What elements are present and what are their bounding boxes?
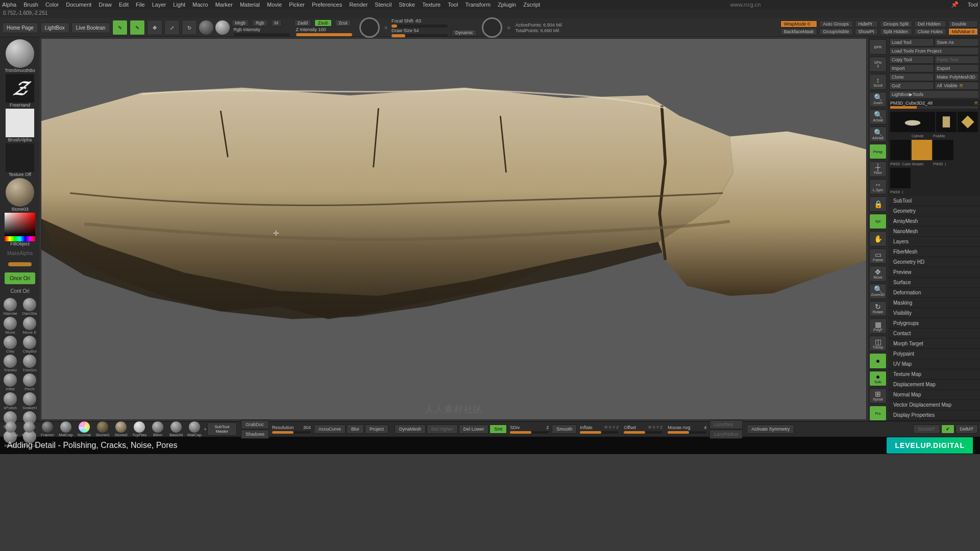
menu-layer[interactable]: Layer: [152, 2, 166, 8]
brush-standard[interactable]: Standar: [2, 298, 19, 316]
makealpha-button[interactable]: MakeAlpha: [7, 251, 33, 256]
autogroups-button[interactable]: Auto Groups: [819, 20, 852, 28]
lightbox-tools-button[interactable]: Lightbox▶Tools: [889, 90, 979, 98]
groupvisible-button[interactable]: GroupVisible: [819, 28, 852, 35]
aahalf-button[interactable]: 🔍AAHalf: [869, 127, 887, 142]
zadd-button[interactable]: Zadd: [294, 19, 312, 27]
tool-thumb-active[interactable]: [890, 112, 935, 132]
move-nav-button[interactable]: ✥Move: [869, 266, 887, 281]
accordion-layers[interactable]: Layers: [888, 237, 980, 247]
edit-mode-button[interactable]: ✎: [112, 20, 128, 35]
paste-tool-button[interactable]: Paste Tool: [935, 56, 979, 64]
make-polymesh3d-button[interactable]: Make PolyMesh3D: [935, 73, 979, 81]
brush-clay[interactable]: Clay: [2, 336, 19, 354]
tool-thumb-simple[interactable]: [912, 140, 932, 160]
menu-transform[interactable]: Transform: [465, 2, 491, 8]
load-tool-button[interactable]: Load Tool: [889, 38, 934, 46]
mat-framer[interactable]: Framer: [39, 421, 56, 437]
scroll-button[interactable]: ↕Scroll: [869, 74, 887, 89]
accordion-subtool[interactable]: SubTool: [888, 196, 980, 206]
goz-visible-button[interactable]: Visible: [944, 83, 958, 88]
accordion-deformation[interactable]: Deformation: [888, 288, 980, 298]
smt-button[interactable]: Smt: [489, 424, 507, 434]
load-from-project-button[interactable]: Load Tools From Project: [889, 47, 979, 55]
delmt-ok-icon[interactable]: ✔: [941, 424, 954, 434]
menu-file[interactable]: File: [136, 2, 145, 8]
splithidden-button[interactable]: Split Hidden: [880, 28, 913, 35]
delmt-button[interactable]: DelMT: [955, 424, 978, 434]
hidept-button[interactable]: HidePt: [855, 20, 878, 28]
pro-button[interactable]: Pro: [869, 406, 887, 421]
ghost-button[interactable]: ●: [869, 353, 887, 368]
menu-zplugin[interactable]: Zplugin: [498, 2, 516, 8]
menu-stencil[interactable]: Stencil: [375, 2, 391, 8]
accordion-uvmap[interactable]: UV Map: [888, 359, 980, 369]
lazyradius-button[interactable]: LazyRadius: [709, 430, 743, 439]
lock-button[interactable]: 🔒: [869, 196, 887, 212]
draw-size-slider[interactable]: Draw Size 54: [391, 28, 448, 37]
lightbox-button[interactable]: LightBox: [40, 22, 69, 33]
mat-matcap3[interactable]: MatCap: [186, 421, 203, 437]
drawsize-knob[interactable]: [482, 17, 502, 38]
xpose-button[interactable]: ⊞Xpose: [869, 388, 887, 404]
once-ori-button[interactable]: Once Ori: [5, 272, 35, 284]
rgb-button[interactable]: Rgb: [252, 19, 268, 27]
accordion-contact[interactable]: Contact: [888, 329, 980, 339]
double-button[interactable]: Double: [948, 20, 978, 28]
menu-light[interactable]: Light: [173, 2, 185, 8]
accordion-vdisp[interactable]: Vector Displacement Map: [888, 400, 980, 410]
menu-draw[interactable]: Draw: [99, 2, 112, 8]
live-boolean-button[interactable]: Live Boolean: [71, 22, 110, 33]
accordion-geometry[interactable]: Geometry: [888, 206, 980, 216]
save-as-button[interactable]: Save As: [935, 38, 979, 46]
accordion-preview[interactable]: Preview: [888, 267, 980, 278]
polyf-button[interactable]: ▦PolyF: [869, 318, 887, 334]
solo-button[interactable]: ●Solo: [869, 371, 887, 386]
goz-r-button[interactable]: R: [960, 83, 963, 88]
accordion-unifiedskin[interactable]: Unified Skin: [888, 420, 980, 421]
dynamic-button[interactable]: Dynamic: [452, 29, 477, 36]
brush-snakehook[interactable]: SnakeH: [21, 392, 38, 410]
focal-knob[interactable]: [359, 17, 380, 38]
actual-button[interactable]: 🔍Actual: [869, 109, 887, 124]
backfacemask-button[interactable]: BackfaceMask: [780, 28, 818, 35]
move-mode-button[interactable]: ✥: [147, 20, 162, 35]
subtool-master-button[interactable]: SubToolMaster: [207, 422, 237, 436]
menu-texture[interactable]: Texture: [422, 2, 440, 8]
frame-button[interactable]: ▭Frame: [869, 248, 887, 264]
menu-color[interactable]: Color: [45, 2, 59, 8]
mouseavg-slider[interactable]: Mouse Avg4: [668, 425, 706, 434]
spix-button[interactable]: SPix3: [869, 57, 887, 72]
showpt-button[interactable]: ShowPt: [855, 28, 878, 35]
sdiv-slider[interactable]: SDiv2: [510, 425, 549, 434]
menu-macro[interactable]: Macro: [192, 2, 208, 8]
tool-thumb-polymesh[interactable]: [958, 112, 978, 132]
menu-stroke[interactable]: Stroke: [399, 2, 415, 8]
activate-symmetry-button[interactable]: Activate Symmetry: [747, 424, 794, 434]
dynamesh-button[interactable]: DynaMesh: [395, 424, 426, 434]
accordion-morphtarget[interactable]: Morph Target: [888, 339, 980, 349]
menu-brush[interactable]: Brush: [23, 2, 38, 8]
menu-picker[interactable]: Picker: [289, 2, 305, 8]
mat-stone0[interactable]: Stone0: [112, 421, 130, 437]
accordion-displacement[interactable]: Displacement Map: [888, 380, 980, 390]
rotate-mode-button[interactable]: ↻: [182, 20, 197, 35]
mat-blinn[interactable]: Blinn: [149, 421, 166, 437]
bpr-button[interactable]: BPR: [869, 39, 887, 55]
rgb-intensity-slider[interactable]: Rgb Intensity: [234, 27, 290, 36]
menu-preferences[interactable]: Preferences: [312, 2, 342, 8]
alpha-slot[interactable]: BrushAlpha: [4, 109, 36, 142]
accordion-polypaint[interactable]: Polypaint: [888, 349, 980, 359]
mat-toyplastic[interactable]: ToyPlas: [131, 421, 148, 437]
accordion-fibermesh[interactable]: FiberMesh: [888, 247, 980, 257]
blur-button[interactable]: Blur: [347, 424, 364, 434]
mrgb-button[interactable]: Mrgb: [232, 19, 250, 27]
accordion-geometryhd[interactable]: Geometry HD: [888, 257, 980, 267]
draw-mode-button[interactable]: ✎: [130, 20, 145, 35]
menu-render[interactable]: Render: [349, 2, 368, 8]
accordion-arraymesh[interactable]: ArrayMesh: [888, 216, 980, 227]
groupssplit-button[interactable]: Groups Split: [880, 20, 913, 28]
menu-tool-right[interactable]: Tool: [968, 2, 978, 8]
tool-thumb-cylinder[interactable]: [936, 112, 957, 132]
menu-material[interactable]: Material: [240, 2, 260, 8]
